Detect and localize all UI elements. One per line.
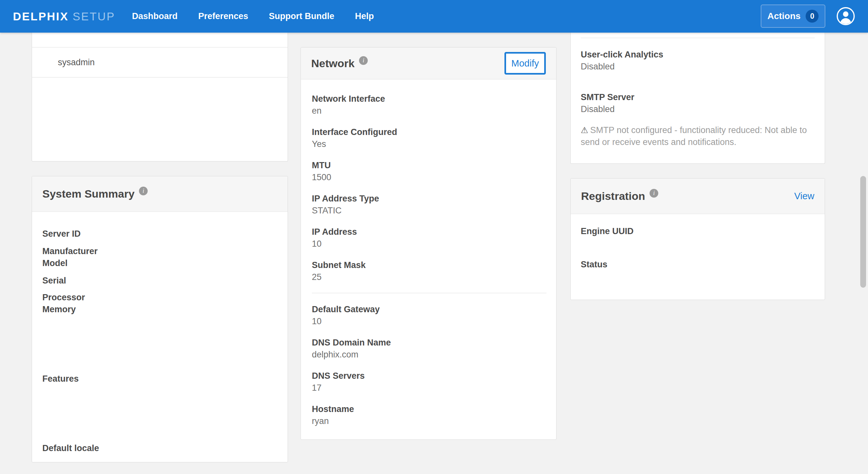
field-value: en <box>312 105 547 117</box>
registration-view-link[interactable]: View <box>794 191 814 201</box>
field-value: 25 <box>312 271 547 283</box>
actions-button[interactable]: Actions 0 <box>761 4 825 28</box>
field-label: Subnet Mask <box>312 259 547 271</box>
field-label: DNS Domain Name <box>312 337 547 349</box>
field-label: Network Interface <box>312 93 547 105</box>
network-field-dns-domain-name: DNS Domain Name delphix.com <box>312 337 547 361</box>
smtp-warning: ⚠SMTP not configured - functionality red… <box>581 124 815 148</box>
user-name: sysadmin <box>58 58 95 67</box>
field-value: ryan <box>312 415 547 427</box>
field-label-features: Features <box>42 373 277 385</box>
network-divider <box>312 293 547 293</box>
network-field-ip-address: IP Address 10 <box>312 226 547 250</box>
status-card: User-click Analytics Disabled SMTP Serve… <box>570 33 825 164</box>
network-field-mtu: MTU 1500 <box>312 160 547 183</box>
system-summary-header: System Summary i <box>32 176 288 212</box>
network-field-hostname: Hostname ryan <box>312 403 547 427</box>
status-field-user-click-analytics: User-click Analytics Disabled <box>581 49 815 73</box>
field-label: SMTP Server <box>581 91 815 103</box>
field-value: Yes <box>312 138 547 150</box>
field-label-processor: Processor <box>42 292 277 304</box>
field-value: 1500 <box>312 171 547 183</box>
field-value: 10 <box>312 315 547 328</box>
registration-title: Registration <box>581 190 645 202</box>
warning-icon: ⚠ <box>581 125 588 135</box>
top-navbar: DELPHIX SETUP Dashboard Preferences Supp… <box>0 0 868 33</box>
user-row-sysadmin[interactable]: sysadmin <box>32 47 288 77</box>
field-value: 17 <box>312 382 547 394</box>
field-value: 10 <box>312 238 547 250</box>
nav-items: Dashboard Preferences Support Bundle Hel… <box>132 0 374 33</box>
brand-primary: DELPHIX <box>13 10 69 23</box>
info-icon[interactable]: i <box>650 189 658 198</box>
network-modify-button[interactable]: Modify <box>504 52 546 75</box>
registration-body: Engine UUID Status <box>571 214 825 271</box>
network-field-subnet-mask: Subnet Mask 25 <box>312 259 547 283</box>
network-body: Network Interface en Interface Configure… <box>301 79 556 427</box>
nav-item-preferences[interactable]: Preferences <box>198 0 248 33</box>
field-label: Default Gateway <box>312 304 547 315</box>
registration-card: Registration i View Engine UUID Status <box>570 178 825 300</box>
system-summary-card: System Summary i Server ID Manufacturer … <box>32 176 288 462</box>
field-label-server-id: Server ID <box>42 228 277 240</box>
info-icon[interactable]: i <box>359 56 368 65</box>
network-field-interface-configured: Interface Configured Yes <box>312 126 547 150</box>
field-label-status: Status <box>581 259 815 271</box>
registration-header: Registration i View <box>571 178 825 214</box>
user-avatar-icon[interactable] <box>836 7 855 26</box>
field-value: STATIC <box>312 205 547 217</box>
network-header: Network i Modify <box>301 47 556 79</box>
actions-count-badge: 0 <box>806 10 818 23</box>
brand-logo[interactable]: DELPHIX SETUP <box>13 10 115 23</box>
field-label-default-locale: Default locale <box>42 442 277 454</box>
field-label: Interface Configured <box>312 126 547 138</box>
warning-text: SMTP not configured - functionality redu… <box>581 125 807 147</box>
field-label: DNS Servers <box>312 370 547 382</box>
nav-item-help[interactable]: Help <box>355 0 374 33</box>
system-summary-body: Server ID Manufacturer Model Serial Proc… <box>32 212 288 454</box>
field-label-serial: Serial <box>42 275 277 287</box>
field-label: MTU <box>312 160 547 171</box>
vertical-scrollbar-thumb[interactable] <box>860 176 866 288</box>
field-label-manufacturer: Manufacturer <box>42 245 277 257</box>
network-title: Network <box>311 57 354 70</box>
field-label: User-click Analytics <box>581 49 815 61</box>
network-field-dns-servers: DNS Servers 17 <box>312 370 547 394</box>
field-label-model: Model <box>42 257 277 269</box>
nav-item-support-bundle[interactable]: Support Bundle <box>269 0 334 33</box>
brand-secondary: SETUP <box>73 10 115 23</box>
users-card-spacer <box>32 33 288 47</box>
field-label-memory: Memory <box>42 304 277 315</box>
field-label: IP Address Type <box>312 193 547 205</box>
field-value: delphix.com <box>312 349 547 361</box>
network-field-default-gateway: Default Gateway 10 <box>312 304 547 328</box>
network-field-ip-address-type: IP Address Type STATIC <box>312 193 547 217</box>
field-label-engine-uuid: Engine UUID <box>581 225 815 237</box>
network-card: Network i Modify Network Interface en In… <box>301 47 556 440</box>
field-value: Disabled <box>581 103 815 115</box>
field-label: Hostname <box>312 403 547 415</box>
system-summary-title: System Summary <box>42 188 134 200</box>
field-label: IP Address <box>312 226 547 238</box>
field-value: Disabled <box>581 61 815 73</box>
info-icon[interactable]: i <box>139 187 148 195</box>
network-field-interface: Network Interface en <box>312 93 547 117</box>
status-body: User-click Analytics Disabled SMTP Serve… <box>571 38 825 148</box>
users-card: sysadmin <box>32 33 288 162</box>
nav-item-dashboard[interactable]: Dashboard <box>132 0 178 33</box>
status-field-smtp-server: SMTP Server Disabled <box>581 91 815 115</box>
actions-button-label: Actions <box>768 11 801 21</box>
